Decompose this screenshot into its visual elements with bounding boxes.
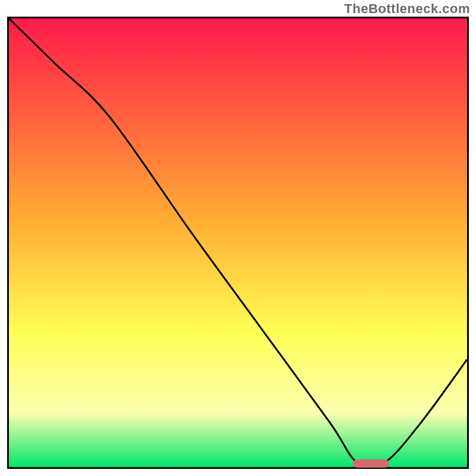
optimal-marker [353, 459, 390, 468]
chart-container: TheBottleneck.com [0, 0, 476, 476]
watermark-text: TheBottleneck.com [345, 1, 470, 17]
gradient-background [9, 18, 467, 467]
chart-svg [9, 18, 467, 467]
